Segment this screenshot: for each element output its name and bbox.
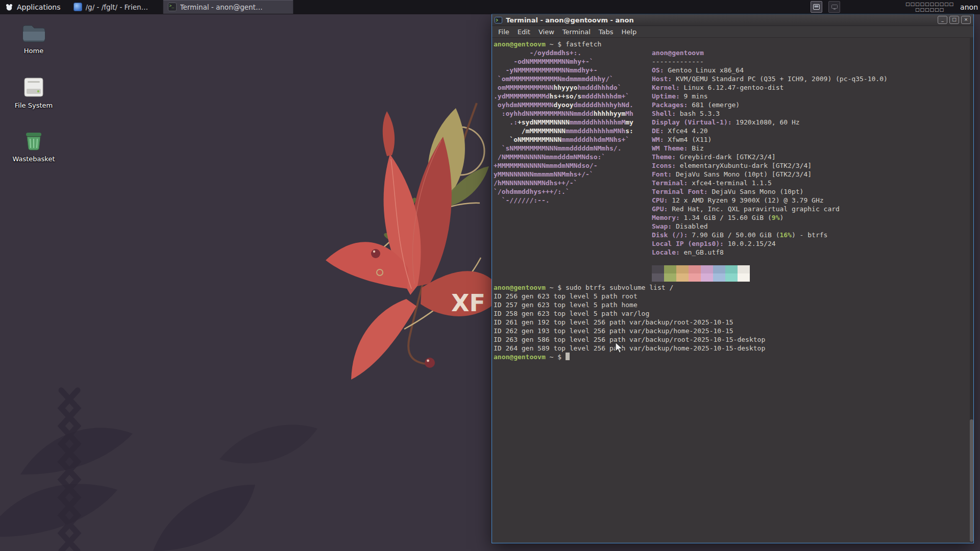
terminal-line: Memory: 1.34 GiB / 15.60 GiB (9%): [652, 213, 888, 222]
terminal-line: ID 264 gen 589 top level 256 path var/ba…: [494, 344, 968, 353]
terminal-line: Font: DejaVu Sans Mono (10pt) [GTK2/3/4]: [652, 170, 888, 179]
terminal-line: -------------: [652, 57, 888, 66]
terminal-line: Theme: Greybird-dark [GTK2/3/4]: [652, 153, 888, 161]
terminal-line: Kernel: Linux 6.12.47-gentoo-dist: [652, 83, 888, 92]
terminal-line: Locale: en_GB.utf8: [652, 248, 888, 257]
terminal-line: Terminal: xfce4-terminal 1.1.5: [652, 179, 888, 187]
terminal-line: CPU: 12 x AMD Ryzen 9 3900X (12) @ 3.79 …: [652, 196, 888, 205]
terminal-line: DE: Xfce4 4.20: [652, 127, 888, 135]
menu-view[interactable]: View: [534, 27, 558, 37]
palette-color-swatch: [701, 265, 713, 273]
palette-color-swatch: [652, 273, 664, 282]
terminal-line: ID 262 gen 193 top level 256 path var/ba…: [494, 327, 968, 335]
palette-color-swatch: [689, 273, 701, 282]
terminal-window-icon: [168, 3, 177, 11]
terminal-line: Local IP (enp1s0): 10.0.2.15/24: [652, 239, 888, 248]
panel-username[interactable]: anon: [960, 3, 978, 11]
terminal-line: GPU: Red Hat, Inc. QXL paravirtual graph…: [652, 205, 888, 213]
maximize-button[interactable]: □: [949, 16, 959, 24]
terminal-window: Terminal - anon@gentoovm - anon _□× File…: [492, 14, 974, 543]
terminal-line: Swap: Disabled: [652, 222, 888, 231]
terminal-line: /NMMMMNNNNNNmmmdddmNMNdso:`: [494, 153, 633, 161]
system-tray: [811, 1, 840, 13]
terminal-line: -/oyddmdhs+:.: [494, 48, 633, 57]
terminal-line: `sNMMMMMMMMNNNmmmdddddmNMmhs/.: [494, 144, 633, 153]
terminal-color-palette-row: [652, 273, 888, 282]
panel-right-area: □□□□□□□□□□ □□□□□□ anon: [811, 0, 980, 14]
desktop-icon-label: Wastebasket: [12, 155, 55, 163]
terminal-line: WM: Xfwm4 (X11): [652, 135, 888, 144]
terminal-menubar: FileEditViewTerminalTabsHelp: [492, 26, 973, 38]
terminal-scrollbar[interactable]: [970, 37, 973, 543]
terminal-line: Disk (/): 7.90 GiB / 50.00 GiB (16%) - b…: [652, 231, 888, 239]
browser-window-icon: [74, 3, 82, 11]
palette-color-swatch: [676, 273, 689, 282]
terminal-line: -odNMMMMMMMMNNmhy+-`: [494, 57, 633, 66]
terminal-line: anon@gentoovm: [652, 48, 888, 57]
terminal-line: `omMMMMMMMMMMMMNmdmmmmddhhy/`: [494, 74, 633, 83]
terminal-line: `oNMMMMMMMNNNmmmddddhhdmMNhs+`: [494, 135, 633, 144]
palette-color-swatch: [713, 273, 725, 282]
scrollbar-thumb[interactable]: [970, 419, 973, 542]
terminal-line: Display (Virtual-1): 1920x1080, 60 Hz: [652, 118, 888, 127]
menu-tabs[interactable]: Tabs: [595, 27, 618, 37]
palette-color-swatch: [664, 265, 676, 273]
terminal-line: oyhdmNMMMMMMMNdyooydmddddhhhhyhNd.: [494, 101, 633, 109]
file-system-icon: [22, 77, 45, 98]
status-tray-icon[interactable]: [828, 1, 840, 13]
terminal-line: +MMMMMMNNNNNNmmmdmNMNdso/-: [494, 161, 633, 170]
close-button[interactable]: ×: [961, 16, 971, 24]
terminal-line: Host: KVM/QEMU Standard PC (Q35 + ICH9, …: [652, 74, 888, 83]
terminal-line: ID 256 gen 623 top level 5 path root: [494, 292, 968, 300]
palette-color-swatch: [738, 273, 750, 282]
terminal-line: ID 261 gen 192 top level 256 path var/ba…: [494, 318, 968, 327]
gentoo-ascii-logo: -/oyddmdhs+:. -odNMMMMMMMMNNmhy+-` -yNMM…: [494, 48, 633, 205]
terminal-line: :oyhhdNNMMMMMMMNNNmmdddhhhhhyymMh: [494, 109, 633, 118]
terminal-output[interactable]: anon@gentoovm ~ $ fastfetch -/oyddmdhs+:…: [492, 38, 973, 543]
applications-menu-label: Applications: [17, 3, 61, 11]
home-folder-icon: [21, 23, 46, 43]
wastebasket-icon: [22, 130, 45, 152]
taskbar-button-label: /g/ - /fglt/ - Frien…: [86, 3, 148, 11]
desktop-icon-wastebasket[interactable]: Wastebasket: [9, 130, 58, 163]
desktop-icon-home[interactable]: Home: [9, 23, 58, 55]
palette-color-swatch: [725, 265, 738, 273]
desktop-icon-file-system[interactable]: File System: [9, 77, 58, 109]
taskbar-button-1[interactable]: /g/ - /fglt/ - Frien…: [69, 0, 163, 14]
menu-terminal[interactable]: Terminal: [558, 27, 595, 37]
menu-file[interactable]: File: [494, 27, 513, 37]
clock-line-1: □□□□□□□□□□: [905, 2, 954, 7]
palette-color-swatch: [664, 273, 676, 282]
menu-edit[interactable]: Edit: [513, 27, 534, 37]
menu-help[interactable]: Help: [618, 27, 641, 37]
taskbar: /g/ - /fglt/ - Frien…Terminal - anon@gen…: [69, 0, 293, 14]
terminal-app-icon: [495, 17, 502, 23]
terminal-line: Terminal Font: DejaVu Sans Mono (10pt): [652, 187, 888, 196]
terminal-titlebar[interactable]: Terminal - anon@gentoovm - anon _□×: [492, 14, 973, 26]
wallpaper-brand-text: XF: [451, 289, 485, 317]
taskbar-button-label: Terminal - anon@gent…: [180, 3, 263, 11]
terminal-title: Terminal - anon@gentoovm - anon: [506, 16, 934, 24]
terminal-color-palette-row: [652, 265, 888, 273]
terminal-line: ID 258 gen 623 top level 5 path var/log: [494, 309, 968, 318]
desktop-icon-label: Home: [24, 47, 43, 55]
panel-clock[interactable]: □□□□□□□□□□ □□□□□□: [905, 2, 954, 13]
palette-color-swatch: [738, 265, 750, 273]
terminal-line: `-//////:--.: [494, 196, 633, 205]
taskbar-button-2[interactable]: Terminal - anon@gent…: [163, 0, 293, 14]
terminal-line: /mMMMMMMNNNmmmdddhhhhhmMNhs:: [494, 127, 633, 135]
terminal-line: /hMNNNNNNNNMNdhs++/-`: [494, 179, 633, 187]
terminal-line: Icons: elementaryXubuntu-dark [GTK2/3/4]: [652, 161, 888, 170]
terminal-line: .:+sydNMMMMNNNNmmmdddhhhhhhmMmy: [494, 118, 633, 127]
applications-menu-button[interactable]: Applications: [0, 0, 66, 14]
minimize-button[interactable]: _: [938, 16, 947, 24]
palette-color-swatch: [701, 273, 713, 282]
terminal-line: omMMMMMMMMMMNNhhyyyohmdddhhhdo`: [494, 83, 633, 92]
terminal-line: yMMNNNNNNNmmmmmNNMmhs+/-`: [494, 170, 633, 179]
terminal-tray-icon[interactable]: [811, 1, 822, 13]
xfce-menu-icon: [5, 3, 13, 11]
window-controls: _□×: [938, 16, 971, 24]
palette-color-swatch: [689, 265, 701, 273]
terminal-line: `/ohdmmddhys+++/:.`: [494, 187, 633, 196]
palette-color-swatch: [652, 265, 664, 273]
